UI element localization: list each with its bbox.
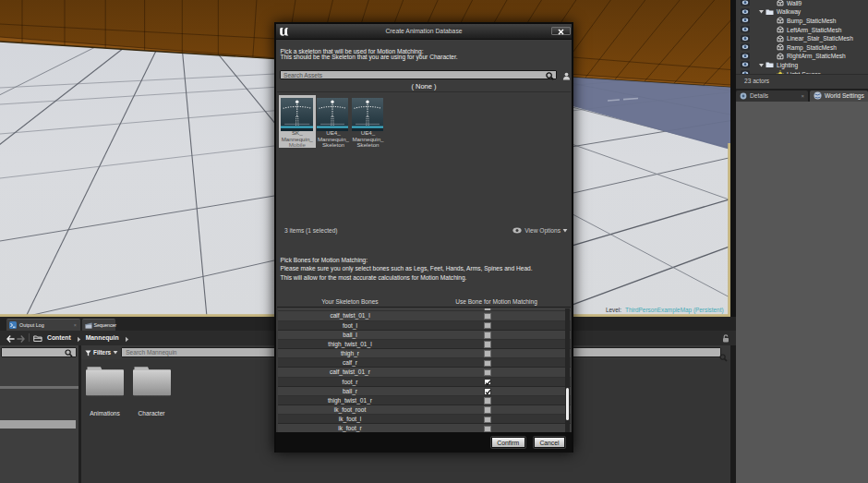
svg-text:ThirdPersonExampleMap (Persist: ThirdPersonExampleMap (Persistent) [625,307,724,314]
svg-text:Level:: Level: [606,307,621,313]
